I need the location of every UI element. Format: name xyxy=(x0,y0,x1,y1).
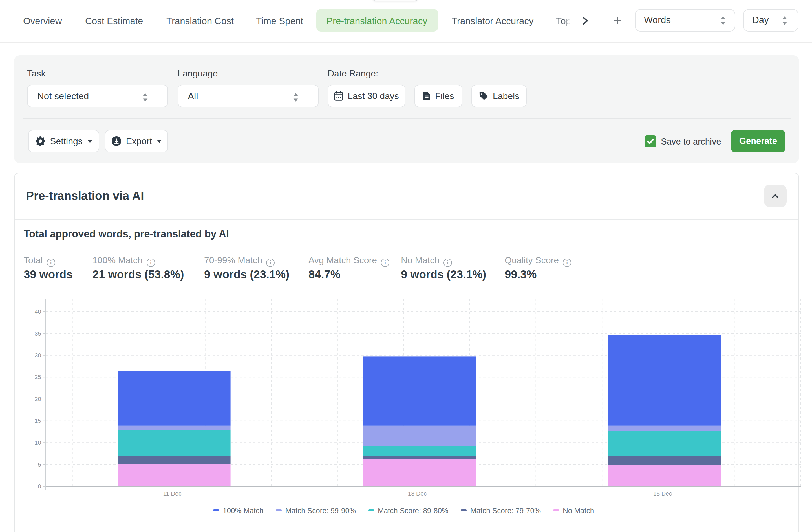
svg-text:15: 15 xyxy=(35,417,41,424)
svg-text:10: 10 xyxy=(35,439,41,446)
svg-text:15 Dec: 15 Dec xyxy=(653,490,672,497)
svg-text:30: 30 xyxy=(35,352,41,359)
svg-text:13 Dec: 13 Dec xyxy=(408,490,427,497)
svg-text:35: 35 xyxy=(35,330,41,337)
svg-text:40: 40 xyxy=(35,308,41,315)
svg-text:20: 20 xyxy=(35,396,41,402)
svg-text:0: 0 xyxy=(38,483,41,489)
svg-text:11 Dec: 11 Dec xyxy=(163,490,182,497)
svg-text:5: 5 xyxy=(38,461,41,468)
svg-text:25: 25 xyxy=(35,374,41,380)
